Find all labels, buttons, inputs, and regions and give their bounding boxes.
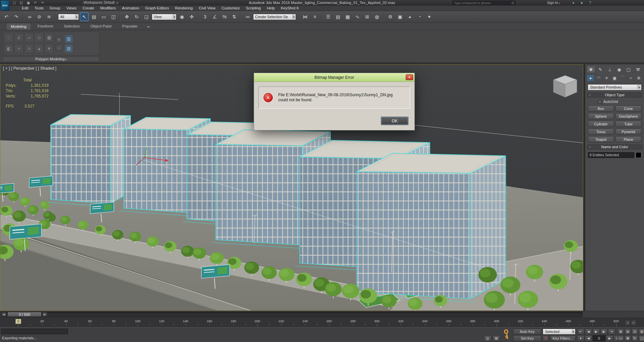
name-and-color-rollout[interactable]: − Name and Color — [587, 145, 642, 150]
align-icon[interactable]: ≡ — [310, 12, 319, 21]
zoom-icon[interactable]: ⊕ — [617, 329, 624, 335]
next-key-button[interactable]: ▶ — [606, 335, 613, 341]
undo-icon[interactable]: ↶ — [33, 0, 38, 5]
bind-to-space-warp-icon[interactable]: ≋ — [45, 12, 53, 21]
object-type-button-cylinder[interactable]: Cylinder — [588, 121, 614, 127]
new-scene-icon[interactable]: ▢ — [11, 0, 17, 5]
tab-freeform[interactable]: Freeform — [33, 23, 58, 30]
angle-snap-icon[interactable]: ∠ — [210, 12, 219, 21]
menu-customize[interactable]: Customize — [218, 6, 243, 11]
close-icon[interactable]: ✕ — [406, 74, 413, 80]
use-pivot-point-center-icon[interactable]: ◉ — [178, 12, 186, 21]
object-type-button-sphere[interactable]: Sphere — [588, 113, 614, 119]
snap-toggle-3d-icon[interactable]: 3 — [201, 12, 209, 21]
pan-view-icon[interactable]: ✥ — [625, 335, 631, 341]
trackbar-scroll-left[interactable]: ◂ — [625, 320, 630, 326]
redo-icon[interactable]: ↷ — [12, 12, 20, 21]
object-type-button-plane[interactable]: Plane — [615, 136, 641, 142]
sign-in-button[interactable]: Sign In — [547, 1, 560, 5]
select-and-manipulate-icon[interactable]: ✜ — [187, 12, 196, 21]
mirror-icon[interactable]: ⋈ — [301, 12, 309, 21]
space-warps-category-icon[interactable]: ≈ — [627, 74, 635, 81]
edge-mode-icon[interactable]: ∠ — [14, 33, 23, 42]
show-end-result-icon[interactable]: ▥ — [64, 35, 73, 43]
selection-filter-dropdown[interactable]: All — [58, 14, 79, 20]
menu-group[interactable]: Group — [47, 6, 63, 11]
search-icon[interactable]: ⊙ — [510, 1, 515, 5]
polygon-mode-icon[interactable]: ◇ — [35, 33, 44, 42]
time-slider-handle[interactable]: 0 / 500 — [7, 312, 42, 317]
curve-editor-icon[interactable]: ∿ — [353, 12, 362, 21]
object-type-button-torus[interactable]: Torus — [588, 128, 614, 135]
geometry-category-icon[interactable]: ● — [587, 74, 594, 81]
helpers-category-icon[interactable]: ⌒ — [619, 74, 627, 81]
search-input[interactable] — [453, 1, 510, 5]
tab-object-paint[interactable]: Object Paint — [86, 23, 116, 30]
object-type-rollout[interactable]: − Object Type — [587, 93, 642, 98]
favorites-icon[interactable]: ★ — [579, 0, 585, 5]
key-filters-button[interactable]: Key Filters... — [550, 335, 576, 341]
pin-stack-icon[interactable]: ⌖ — [14, 44, 23, 53]
object-color-swatch[interactable] — [636, 152, 641, 158]
track-bar[interactable]: 0 ◂ ▸ 2040608010012014016018020022024026… — [0, 318, 644, 327]
edit-named-selection-sets-icon[interactable]: ≔ — [243, 12, 252, 21]
toggle-layer-explorer-icon[interactable]: ▤ — [334, 12, 342, 21]
zoom-region-icon[interactable]: ▭ — [617, 335, 624, 341]
menu-animation[interactable]: Animation — [119, 6, 142, 11]
lock-selection-toggle[interactable]: ⊠ — [493, 335, 500, 341]
tab-modeling[interactable]: Modeling — [6, 23, 31, 30]
modifier-stack-up-icon[interactable]: ≡ — [56, 37, 62, 43]
menu-graph-editors[interactable]: Graph Editors — [142, 6, 172, 11]
save-file-icon[interactable]: ▣ — [26, 0, 31, 5]
tab-populate[interactable]: Populate — [118, 23, 142, 30]
toggle-scene-explorer-icon[interactable]: ☰ — [324, 12, 333, 21]
viewport-pov-menu[interactable]: [ Perspective ] — [11, 66, 37, 71]
render-production-icon[interactable]: ◕ — [405, 12, 414, 21]
motion-tab-icon[interactable]: ◉ — [615, 66, 624, 73]
object-type-button-box[interactable]: Box — [588, 105, 614, 112]
isolate-selection-toggle[interactable]: ◎ — [484, 335, 491, 341]
undo-icon[interactable]: ↶ — [2, 12, 11, 21]
ok-button[interactable]: OK — [381, 117, 408, 125]
object-type-button-geosphere[interactable]: GeoSphere — [615, 113, 641, 119]
auto-key-button[interactable]: Auto Key — [513, 329, 541, 335]
cameras-category-icon[interactable]: ▣ — [611, 74, 618, 81]
next-frame-button[interactable]: ▶ — [600, 329, 607, 335]
play-animation-button[interactable]: ▶ — [593, 329, 600, 335]
shapes-category-icon[interactable]: ◠ — [595, 74, 602, 81]
maxscript-mini-listener[interactable] — [1, 329, 68, 334]
object-type-button-teapot[interactable]: Teapot — [588, 136, 614, 142]
default-key-tangent-icon[interactable]: ∿ — [543, 335, 549, 341]
time-slider-prev-arrow[interactable]: ◀ — [1, 312, 6, 317]
isolate-selection-mode-icon[interactable]: ▤ — [64, 44, 73, 53]
object-type-button-pyramid[interactable]: Pyramid — [615, 128, 641, 135]
workspace-dropdown[interactable]: Workspaces: Default — [81, 0, 119, 5]
orbit-icon[interactable]: ↻ — [632, 335, 638, 341]
application-menu-button[interactable]: MAX — [1, 0, 9, 10]
zoom-extents-all-icon[interactable]: ⊞ — [639, 329, 644, 335]
zoom-all-icon[interactable]: ⊛ — [625, 329, 631, 335]
autogrid-checkbox[interactable] — [598, 100, 602, 104]
schematic-view-icon[interactable]: ⊞ — [363, 12, 371, 21]
vertex-mode-icon[interactable]: ∴ — [4, 33, 13, 42]
render-setup-icon[interactable]: ⚙ — [386, 12, 395, 21]
menu-create[interactable]: Create — [80, 6, 97, 11]
element-mode-icon[interactable]: ▩ — [45, 33, 54, 42]
select-by-name-icon[interactable]: ▤ — [90, 12, 98, 21]
selection-set-dropdown[interactable]: Selected — [543, 329, 576, 335]
select-and-move-icon[interactable]: ✥ — [122, 12, 131, 21]
building[interactable] — [47, 114, 131, 207]
reference-coordinate-dropdown[interactable]: View — [152, 14, 177, 20]
zoom-extents-icon[interactable]: ⊡ — [632, 329, 638, 335]
rendered-frame-window-icon[interactable]: ▣ — [396, 12, 404, 21]
menu-views[interactable]: Views — [63, 6, 80, 11]
collapse-stack-icon[interactable]: ≡ — [24, 44, 34, 53]
tab-selection[interactable]: Selection — [59, 23, 84, 30]
maximize-viewport-toggle-icon[interactable]: ◲ — [639, 335, 644, 341]
toggle-ribbon-icon[interactable]: ▦ — [343, 12, 352, 21]
viewport-plus-menu[interactable]: [ + ] — [3, 66, 10, 71]
perspective-viewport[interactable]: [ + ] [ Perspective ] [ Shaded ] Total P… — [0, 64, 583, 311]
open-file-icon[interactable]: ◰ — [18, 0, 24, 5]
menu-keyshot-6[interactable]: KeyShot 6 — [278, 6, 302, 11]
render-iterative-icon[interactable]: ◔ — [415, 12, 424, 21]
